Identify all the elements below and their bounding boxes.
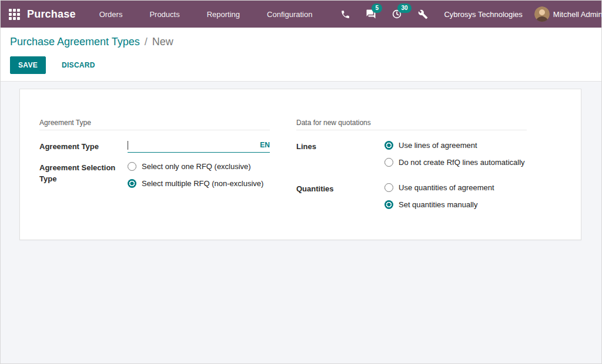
radio-use-lines-of-agreement[interactable]: Use lines of agreement [384, 140, 527, 151]
company-switcher[interactable]: Cybrosys Technologies [444, 10, 522, 19]
user-name: Mitchell Admin [553, 10, 602, 19]
breadcrumb-separator: / [143, 36, 149, 48]
radio-use-quantities-of-agreement[interactable]: Use quantities of agreement [384, 182, 527, 193]
radio-circle-icon[interactable] [384, 200, 393, 209]
breadcrumb: Purchase Agreement Types / New [10, 35, 592, 49]
messages-icon[interactable]: 5 [364, 8, 377, 21]
control-panel: Purchase Agreement Types / New SAVE DISC… [1, 28, 601, 82]
lines-label: Lines [296, 140, 384, 174]
radio-set-quantities-manually[interactable]: Set quantities manually [384, 199, 527, 210]
quantities-label: Quantities [296, 182, 384, 216]
discard-button[interactable]: DISCARD [54, 57, 103, 73]
main-menu: Orders Products Reporting Configuration [92, 1, 333, 28]
field-agreement-type: Agreement Type EN [39, 140, 270, 153]
top-navbar: Purchase Orders Products Reporting Confi… [1, 1, 601, 28]
breadcrumb-current: New [152, 36, 173, 48]
menu-item-configuration[interactable]: Configuration [260, 1, 319, 28]
form-sheet: Agreement Type Agreement Type EN Agreeme… [19, 89, 581, 240]
app-title: Purchase [27, 8, 76, 21]
radio-select-multiple-rfq[interactable]: Select multiple RFQ (non-exclusive) [128, 178, 270, 189]
navbar-systray: 5 30 Cybrosys Technologies Mitchell Admi… [332, 1, 602, 28]
breadcrumb-root-link[interactable]: Purchase Agreement Types [10, 36, 140, 48]
radio-circle-icon[interactable] [384, 183, 393, 192]
language-tag[interactable]: EN [256, 141, 270, 149]
avatar [534, 6, 550, 22]
quantities-options: Use quantities of agreement Set quantiti… [384, 182, 527, 216]
agreement-selection-type-label: Agreement Selection Type [39, 161, 128, 195]
agreement-type-input[interactable] [128, 141, 256, 150]
user-menu[interactable]: Mitchell Admin [534, 6, 602, 22]
lines-options: Use lines of agreement Do not create RfQ… [384, 140, 527, 174]
phone-icon[interactable] [339, 8, 352, 21]
apps-menu-icon[interactable] [9, 7, 20, 21]
radio-do-not-create-rfq-lines[interactable]: Do not create RfQ lines automatically [384, 157, 527, 168]
menu-item-reporting[interactable]: Reporting [200, 1, 247, 28]
radio-circle-icon[interactable] [384, 141, 393, 150]
menu-item-products[interactable]: Products [142, 1, 186, 28]
radio-circle-icon[interactable] [128, 179, 136, 188]
field-quantities: Quantities Use quantities of agreement S… [296, 182, 527, 216]
save-button[interactable]: SAVE [10, 56, 46, 74]
radio-select-only-one-rfq[interactable]: Select only one RFQ (exclusive) [128, 161, 270, 172]
agreement-type-input-wrap: EN [128, 140, 270, 153]
radio-circle-icon[interactable] [384, 158, 393, 167]
activities-icon[interactable]: 30 [390, 8, 403, 21]
messages-badge: 5 [372, 4, 382, 13]
field-lines: Lines Use lines of agreement Do not crea… [296, 140, 527, 174]
radio-circle-icon[interactable] [128, 162, 136, 171]
tools-icon[interactable] [416, 8, 429, 21]
activities-badge: 30 [397, 4, 411, 13]
field-agreement-selection-type: Agreement Selection Type Select only one… [39, 161, 270, 195]
group-title-agreement-type: Agreement Type [39, 119, 270, 130]
agreement-type-label: Agreement Type [39, 140, 128, 153]
group-data-for-new-quotations: Data for new quotations Lines Use lines … [296, 119, 527, 224]
group-agreement-type: Agreement Type Agreement Type EN Agreeme… [39, 119, 270, 203]
group-title-data-for-new-quotations: Data for new quotations [296, 119, 527, 130]
agreement-selection-options: Select only one RFQ (exclusive) Select m… [128, 161, 270, 195]
menu-item-orders[interactable]: Orders [92, 1, 130, 28]
content-area: Agreement Type Agreement Type EN Agreeme… [1, 82, 601, 363]
